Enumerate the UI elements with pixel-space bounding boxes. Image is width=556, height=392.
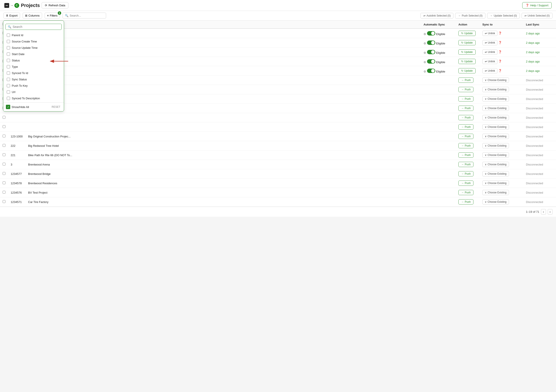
checkbox-parent-id[interactable]: [7, 34, 10, 37]
choose-existing-button[interactable]: ∨ Choose Existing: [482, 162, 509, 167]
toggle-on[interactable]: [427, 31, 435, 36]
dropdown-item-synced-to-description[interactable]: Synced To Description: [3, 95, 64, 101]
choose-existing-button[interactable]: ∨ Choose Existing: [482, 143, 509, 148]
push-button[interactable]: → Push: [458, 96, 473, 101]
push-button[interactable]: → Push: [458, 87, 473, 92]
toggle-on[interactable]: [427, 59, 435, 64]
push-button[interactable]: → Push: [458, 106, 473, 111]
eligible-label: Eligible: [436, 70, 445, 73]
checkbox-status[interactable]: [7, 59, 10, 62]
update-button[interactable]: ↻ Update: [458, 40, 476, 45]
choose-existing-button[interactable]: ∨ Choose Existing: [482, 115, 509, 120]
gear-icon[interactable]: ⚙: [424, 42, 426, 45]
dropdown-item-start-date[interactable]: Start Date: [3, 51, 64, 57]
dropdown-item-parent-id[interactable]: Parent Id: [3, 32, 64, 38]
choose-existing-button[interactable]: ∨ Choose Existing: [482, 171, 509, 177]
gear-icon[interactable]: ⚙: [424, 61, 426, 64]
push-button[interactable]: → Push: [458, 181, 473, 186]
projects-table: Automatic Sync Action Sync to Last Sync …: [0, 21, 556, 207]
update-button[interactable]: ↻ Update: [458, 31, 476, 36]
autolink-button[interactable]: ⇌ Autolink Selected (0): [420, 13, 454, 18]
unlink-button[interactable]: ⇌ Unlink: [482, 68, 497, 73]
dropdown-search-input[interactable]: [13, 25, 59, 29]
gear-icon[interactable]: ⚙: [424, 51, 426, 54]
push-button[interactable]: → Push: [458, 124, 473, 130]
unlink-selected-button[interactable]: ⇌ Unlink Selected (0): [522, 13, 553, 18]
row-checkbox[interactable]: [3, 163, 5, 166]
row-checkbox[interactable]: [3, 144, 5, 147]
dropdown-item-type[interactable]: Type: [3, 64, 64, 70]
choose-existing-button[interactable]: ∨ Choose Existing: [482, 106, 509, 111]
checkbox-synced-to-description[interactable]: [7, 97, 10, 100]
row-checkbox[interactable]: [3, 135, 5, 138]
search-input[interactable]: [70, 14, 104, 17]
update-selected-button[interactable]: → Update Selected (0): [487, 13, 520, 18]
toggle-on[interactable]: [427, 69, 435, 73]
push-button[interactable]: → Push: [458, 115, 473, 120]
choose-existing-button[interactable]: ∨ Choose Existing: [482, 77, 509, 83]
choose-existing-button[interactable]: ∨ Choose Existing: [482, 87, 509, 92]
choose-existing-button[interactable]: ∨ Choose Existing: [482, 96, 509, 101]
dropdown-item-push-to-key[interactable]: Push To Key: [3, 83, 64, 89]
update-button[interactable]: ↻ Update: [458, 49, 476, 55]
push-button[interactable]: → Push: [458, 143, 473, 148]
columns-button[interactable]: ⊞ Columns: [23, 13, 42, 18]
checkbox-type[interactable]: [7, 65, 10, 68]
dropdown-item-url[interactable]: Url: [3, 89, 64, 95]
unlink-button[interactable]: ⇌ Unlink: [482, 31, 497, 36]
row-lastsync: Disconnected: [523, 104, 556, 113]
gear-icon[interactable]: ⚙: [424, 32, 426, 36]
update-button[interactable]: ↻ Update: [458, 59, 476, 64]
checkbox-synced-to-id[interactable]: [7, 71, 10, 75]
dropdown-item-sync-status[interactable]: Sync Status: [3, 76, 64, 83]
push-button[interactable]: → Push: [458, 171, 473, 177]
next-page-button[interactable]: ›: [548, 209, 553, 215]
push-button[interactable]: → Push: [458, 199, 473, 205]
push-icon: →: [461, 200, 464, 203]
gear-icon[interactable]: ⚙: [424, 70, 426, 73]
checkbox-sync-status[interactable]: [7, 78, 10, 81]
last-sync-value: 2 days ago: [526, 51, 540, 54]
reset-button[interactable]: RESET: [52, 105, 60, 108]
dropdown-item-source-create-time[interactable]: Source Create Time: [3, 38, 64, 45]
row-checkbox[interactable]: [3, 116, 5, 119]
row-checkbox[interactable]: [3, 191, 5, 194]
push-selected-button[interactable]: → Push Selected (0): [455, 13, 485, 18]
choose-existing-button[interactable]: ∨ Choose Existing: [482, 124, 509, 130]
dropdown-item-status[interactable]: Status: [3, 57, 64, 64]
choose-existing-button[interactable]: ∨ Choose Existing: [482, 134, 509, 139]
toggle-on[interactable]: [427, 40, 435, 45]
prev-page-button[interactable]: ‹: [541, 209, 546, 215]
checkbox-push-to-key[interactable]: [7, 84, 10, 87]
row-checkbox[interactable]: [3, 125, 5, 128]
show-hide-all[interactable]: ✓ Show/Hide All: [6, 105, 29, 109]
choose-existing-button[interactable]: ∨ Choose Existing: [482, 181, 509, 186]
row-checkbox[interactable]: [3, 200, 5, 203]
last-sync-value: Disconnected: [526, 107, 543, 110]
unlink-button[interactable]: ⇌ Unlink: [482, 59, 497, 64]
push-button[interactable]: → Push: [458, 153, 473, 158]
push-button[interactable]: → Push: [458, 77, 473, 83]
toggle-on[interactable]: [427, 50, 435, 54]
row-checkbox[interactable]: [3, 172, 5, 175]
row-checkbox[interactable]: [3, 181, 5, 184]
checkbox-start-date[interactable]: [7, 53, 10, 56]
dropdown-item-source-update-time[interactable]: Source Update Time: [3, 45, 64, 51]
refresh-button[interactable]: ⟳ Refresh Data: [42, 2, 69, 8]
export-button[interactable]: ⬇ Export: [3, 13, 20, 18]
row-checkbox[interactable]: [3, 153, 5, 156]
push-button[interactable]: → Push: [458, 190, 473, 195]
unlink-button[interactable]: ⇌ Unlink: [482, 40, 497, 45]
checkbox-url[interactable]: [7, 90, 10, 94]
help-button[interactable]: ❓ Help / Support: [522, 2, 552, 8]
choose-existing-button[interactable]: ∨ Choose Existing: [482, 199, 509, 205]
checkbox-source-update-time[interactable]: [7, 46, 10, 49]
choose-existing-button[interactable]: ∨ Choose Existing: [482, 190, 509, 195]
dropdown-item-synced-to-id[interactable]: Synced To Id: [3, 70, 64, 76]
unlink-button[interactable]: ⇌ Unlink: [482, 49, 497, 55]
choose-existing-button[interactable]: ∨ Choose Existing: [482, 153, 509, 158]
push-button[interactable]: → Push: [458, 162, 473, 167]
checkbox-source-create-time[interactable]: [7, 40, 10, 43]
update-button[interactable]: ↻ Update: [458, 68, 476, 73]
push-button[interactable]: → Push: [458, 134, 473, 139]
